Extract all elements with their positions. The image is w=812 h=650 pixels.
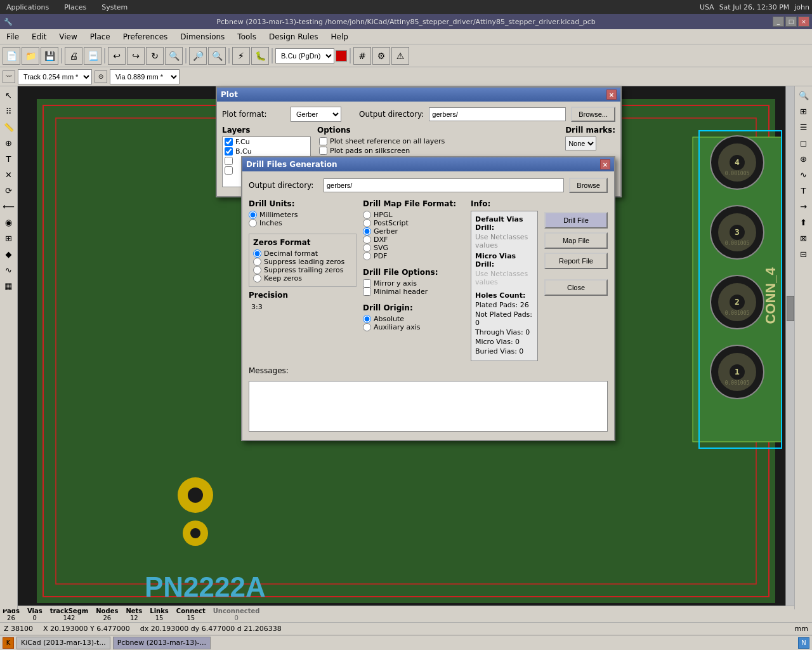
search-button[interactable]: 🔍	[165, 47, 183, 65]
highlight-tool[interactable]: ◉	[1, 215, 16, 230]
origin-tool[interactable]: ⊕	[1, 135, 16, 150]
rt-btn-9[interactable]: ⬆	[796, 215, 811, 230]
track-selector[interactable]: Track 0.254 mm *	[18, 69, 92, 84]
layer-fcu-check[interactable]	[225, 138, 233, 146]
rt-btn-5[interactable]: ⊛	[796, 151, 811, 166]
rotate-tool[interactable]: ⟳	[1, 183, 16, 198]
rt-btn-1[interactable]: 🔍	[796, 88, 811, 103]
drill-browse-button[interactable]: Browse	[569, 178, 608, 193]
layer-4-check[interactable]	[225, 166, 233, 175]
places-menu[interactable]: Places	[60, 2, 90, 13]
close-button[interactable]: Close	[544, 279, 608, 296]
measure-tool[interactable]: 📏	[1, 119, 16, 135]
delete-tool[interactable]: ✕	[1, 167, 16, 182]
zeros-suppress-leading-radio[interactable]	[253, 258, 261, 266]
save-button[interactable]: 💾	[41, 47, 58, 65]
menu-edit[interactable]: Edit	[28, 31, 50, 43]
drc-button[interactable]: 🐛	[251, 47, 269, 65]
copper-pour-tool[interactable]: ▦	[1, 278, 16, 293]
rt-btn-8[interactable]: →	[796, 199, 811, 214]
messages-textarea[interactable]	[249, 381, 608, 432]
origin-aux-radio[interactable]	[363, 323, 371, 331]
system-menu[interactable]: System	[98, 2, 131, 13]
map-pdf-radio[interactable]	[363, 252, 371, 260]
report-file-button[interactable]: Report File	[544, 253, 608, 269]
info-box: Default Vias Drill: Use Netclasses value…	[471, 211, 538, 361]
refresh-button[interactable]: ↻	[146, 47, 164, 65]
mirror-y-check[interactable]	[363, 279, 371, 288]
open-button[interactable]: 📁	[22, 47, 39, 65]
map-dxf-radio[interactable]	[363, 235, 371, 244]
menu-place[interactable]: Place	[86, 31, 114, 43]
settings-button[interactable]: ⚙	[372, 47, 390, 65]
text-tool[interactable]: T	[1, 151, 16, 166]
minimal-header-check[interactable]	[363, 288, 371, 296]
kicad-taskbtn[interactable]: KiCad (2013-mar-13)-t...	[16, 637, 110, 649]
rt-btn-4[interactable]: ◻	[796, 135, 811, 150]
minimize-button[interactable]: _	[773, 17, 784, 27]
grid-button[interactable]: #	[353, 47, 371, 65]
zeros-decimal-radio[interactable]	[253, 249, 261, 258]
menu-view[interactable]: View	[55, 31, 81, 43]
rt-btn-2[interactable]: ⊞	[796, 103, 811, 119]
print-button[interactable]: 📃	[84, 47, 102, 65]
map-hpgl-radio[interactable]	[363, 211, 371, 219]
print-setup-button[interactable]: 🖨	[65, 47, 82, 65]
zoom-out-button[interactable]: 🔍	[208, 47, 226, 65]
via-selector[interactable]: Via 0.889 mm *	[110, 69, 180, 84]
zeros-keep-radio[interactable]	[253, 274, 261, 282]
cursor-tool[interactable]: ↖	[1, 88, 16, 103]
output-dir-input[interactable]	[429, 107, 566, 121]
menu-tools[interactable]: Tools	[233, 31, 260, 43]
map-svg-radio[interactable]	[363, 244, 371, 252]
ratsnest-button[interactable]: ⚡	[232, 47, 250, 65]
redo-button[interactable]: ↪	[127, 47, 145, 65]
rt-btn-10[interactable]: ⊠	[796, 230, 811, 246]
menu-dimensions[interactable]: Dimensions	[176, 31, 228, 43]
applications-menu[interactable]: Applications	[3, 2, 53, 13]
origin-absolute-radio[interactable]	[363, 315, 371, 323]
vertical-scrollbar[interactable]	[785, 86, 794, 609]
rt-btn-6[interactable]: ∿	[796, 167, 811, 182]
rt-btn-11[interactable]: ⊟	[796, 246, 811, 262]
unit-mm-radio[interactable]	[249, 211, 257, 219]
unconnected-label: Unconnected	[213, 607, 260, 614]
menu-file[interactable]: File	[3, 31, 23, 43]
rt-btn-7[interactable]: T	[796, 183, 811, 198]
drill-dialog-close[interactable]: ×	[600, 159, 610, 169]
close-button[interactable]: ×	[798, 17, 809, 27]
layer-color-button[interactable]	[336, 50, 347, 62]
grid-dots-tool[interactable]: ⠿	[1, 103, 16, 119]
track-tool[interactable]: ∿	[1, 262, 16, 277]
maximize-button[interactable]: □	[785, 17, 797, 27]
unit-inches-radio[interactable]	[249, 219, 257, 227]
plot-dialog-close[interactable]: ×	[606, 90, 617, 100]
map-file-button[interactable]: Map File	[544, 232, 608, 249]
layer-3-check[interactable]	[225, 157, 233, 165]
layer-bcu-check[interactable]	[225, 147, 233, 156]
drill-marks-select[interactable]: None	[565, 136, 596, 150]
menu-help[interactable]: Help	[327, 31, 352, 43]
zoom-area-tool[interactable]: ⊞	[1, 230, 16, 246]
plot-browse-button[interactable]: Browse...	[571, 107, 615, 122]
v-scroll-thumb[interactable]	[787, 296, 794, 321]
map-ps-radio[interactable]	[363, 219, 371, 227]
rt-btn-3[interactable]: ☰	[796, 119, 811, 135]
opt-plot-pads-check[interactable]	[319, 147, 327, 155]
layer-select[interactable]: B.Cu (PgDn) F.Cu (PgUp)	[275, 48, 334, 63]
pcbnew-taskbtn[interactable]: Pcbnew (2013-mar-13)-...	[113, 637, 211, 649]
menu-design-rules[interactable]: Design Rules	[265, 31, 322, 43]
plot-format-select[interactable]: Gerber	[291, 107, 341, 122]
map-gerber-radio[interactable]	[363, 227, 371, 235]
pad-tool[interactable]: ◆	[1, 246, 16, 262]
zoom-in-button[interactable]: 🔎	[189, 47, 207, 65]
drill-output-dir-input[interactable]	[324, 178, 564, 192]
undo-button[interactable]: ↩	[108, 47, 126, 65]
menu-preferences[interactable]: Preferences	[119, 31, 172, 43]
warning-button[interactable]: ⚠	[391, 47, 409, 65]
opt-plot-sheet-check[interactable]	[319, 137, 327, 145]
zeros-suppress-trailing-radio[interactable]	[253, 266, 261, 274]
new-button[interactable]: 📄	[3, 47, 20, 65]
drill-file-button[interactable]: Drill File	[544, 212, 608, 229]
flip-tool[interactable]: ⟵	[1, 199, 16, 214]
